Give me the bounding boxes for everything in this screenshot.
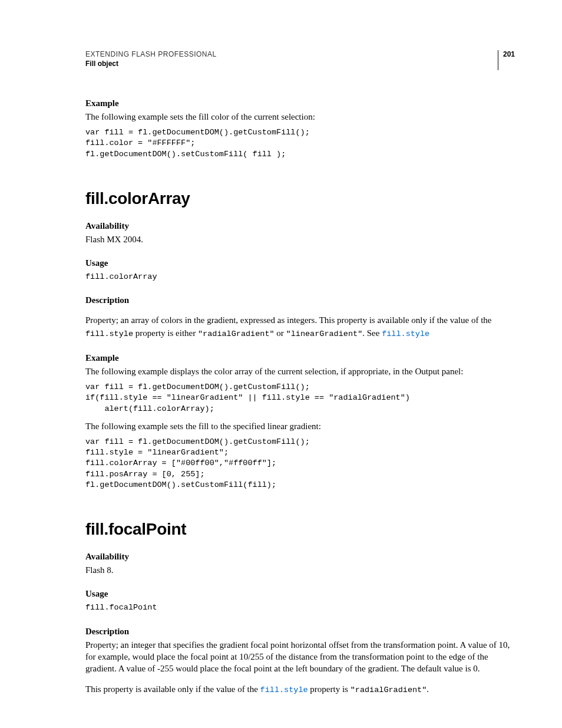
code-block: var fill = fl.getDocumentDOM().getCustom…	[85, 127, 515, 160]
usage-label: Usage	[85, 589, 515, 599]
header-subtitle: Fill object	[85, 60, 217, 68]
example-intro: The following example sets the fill to t…	[85, 420, 515, 432]
availability-text: Flash MX 2004.	[85, 233, 515, 245]
description-text: Property; an integer that specifies the …	[85, 639, 515, 675]
link-fill-style[interactable]: fill.style	[382, 330, 429, 338]
availability-text: Flash 8.	[85, 564, 515, 576]
code-block: var fill = fl.getDocumentDOM().getCustom…	[85, 437, 515, 490]
availability-label: Availability	[85, 552, 515, 562]
heading-colorarray: fill.colorArray	[85, 189, 515, 208]
link-fill-style[interactable]: fill.style	[260, 686, 308, 694]
inline-code: "radialGradient"	[198, 330, 275, 338]
inline-code: "radialGradient"	[351, 686, 427, 694]
example-intro: The following example sets the fill colo…	[85, 111, 515, 123]
usage-code: fill.colorArray	[85, 272, 515, 282]
example-intro: The following example displays the color…	[85, 365, 515, 377]
example-label: Example	[85, 353, 515, 363]
description-text: Property; an array of colors in the grad…	[85, 314, 515, 340]
example-label: Example	[85, 98, 515, 108]
desc-text: Property; an array of colors in the grad…	[85, 315, 492, 325]
desc-text: .	[427, 684, 429, 694]
header-title: EXTENDING FLASH PROFESSIONAL	[85, 50, 217, 58]
usage-code: fill.focalPoint	[85, 602, 515, 613]
desc-text: . See	[362, 328, 382, 338]
description-text: This property is available only if the v…	[85, 683, 515, 696]
header-left: EXTENDING FLASH PROFESSIONAL Fill object	[85, 50, 217, 68]
description-label: Description	[85, 295, 515, 305]
inline-code: "linearGradient"	[286, 330, 363, 338]
heading-focalpoint: fill.focalPoint	[85, 520, 515, 539]
usage-label: Usage	[85, 258, 515, 268]
page-number: 201	[498, 50, 515, 70]
document-page: EXTENDING FLASH PROFESSIONAL Fill object…	[0, 0, 562, 728]
page-header: EXTENDING FLASH PROFESSIONAL Fill object…	[85, 50, 515, 70]
inline-code: fill.style	[85, 330, 133, 338]
availability-label: Availability	[85, 221, 515, 231]
desc-text: property is either	[133, 328, 198, 338]
desc-text: This property is available only if the v…	[85, 684, 260, 694]
description-label: Description	[85, 627, 515, 637]
desc-text: property is	[308, 684, 351, 694]
desc-text: or	[275, 328, 286, 338]
code-block: var fill = fl.getDocumentDOM().getCustom…	[85, 382, 515, 414]
